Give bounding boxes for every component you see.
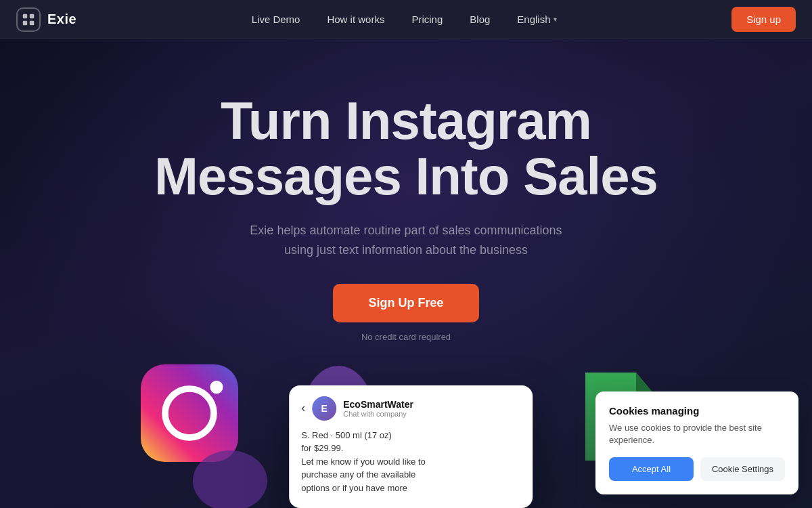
svg-point-6 [210, 381, 223, 394]
nav-blog[interactable]: Blog [459, 8, 501, 30]
cookie-text: We use cookies to provide the best site … [609, 422, 785, 446]
purple-blob-bottom [189, 440, 271, 508]
hero-cta-button[interactable]: Sign Up Free [333, 284, 478, 322]
logo-text: Exie [47, 12, 76, 27]
svg-rect-1 [30, 14, 34, 18]
hero-content: Turn Instagram Messages Into Sales Exie … [154, 93, 658, 342]
chat-info: EcoSmartWater Chat with company [343, 399, 520, 418]
nav-how-it-works[interactable]: How it works [316, 8, 395, 30]
svg-rect-3 [30, 20, 34, 24]
svg-rect-2 [23, 20, 27, 24]
navbar: Exie Live Demo How it works Pricing Blog… [0, 0, 812, 39]
navbar-center: Live Demo How it works Pricing Blog Engl… [241, 8, 568, 30]
chevron-down-icon: ▾ [554, 16, 557, 23]
cookie-banner: Cookies managing We use cookies to provi… [595, 391, 798, 494]
logo-icon[interactable] [16, 7, 41, 32]
chat-company-name: EcoSmartWater [343, 399, 520, 410]
navbar-right: Sign up [731, 7, 796, 32]
chat-avatar: E [312, 396, 336, 421]
hero-subtitle: Exie helps automate routine part of sale… [154, 221, 658, 260]
hero-title: Turn Instagram Messages Into Sales [154, 93, 658, 205]
svg-rect-0 [23, 14, 27, 18]
cookie-buttons: Accept All Cookie Settings [609, 457, 785, 481]
chat-message-body: S. Red · 500 ml (17 oz) for $29.99. Let … [301, 429, 520, 495]
cookie-settings-button[interactable]: Cookie Settings [700, 457, 785, 481]
no-credit-card-label: No credit card required [154, 332, 658, 342]
cookie-accept-button[interactable]: Accept All [609, 457, 694, 481]
signup-button[interactable]: Sign up [731, 7, 796, 32]
chat-back-button[interactable]: ‹ [301, 401, 305, 415]
nav-live-demo[interactable]: Live Demo [241, 8, 311, 30]
nav-pricing[interactable]: Pricing [401, 8, 453, 30]
svg-point-8 [193, 450, 267, 508]
cookie-title: Cookies managing [609, 405, 785, 417]
navbar-left: Exie [16, 7, 76, 32]
chat-card-header: ‹ E EcoSmartWater Chat with company [301, 396, 520, 421]
nav-english[interactable]: English ▾ [506, 8, 567, 30]
chat-card: ‹ E EcoSmartWater Chat with company S. R… [289, 385, 533, 509]
chat-company-sub: Chat with company [343, 410, 520, 418]
